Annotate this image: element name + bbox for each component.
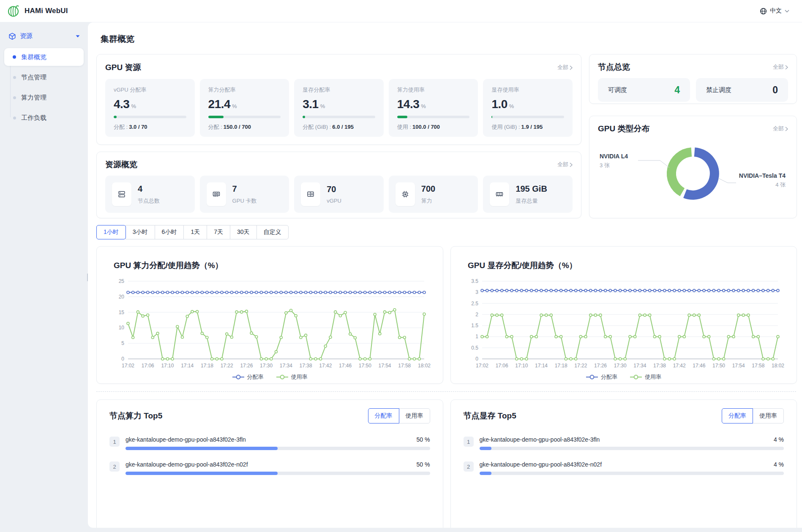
svg-text:2.5: 2.5 bbox=[471, 301, 478, 307]
node-box-value: 4 bbox=[674, 84, 680, 96]
svg-text:18:02: 18:02 bbox=[772, 363, 784, 369]
resource-label: 显存总量 bbox=[516, 197, 547, 205]
node-value: 50 % bbox=[417, 461, 430, 468]
globe-icon bbox=[760, 8, 767, 15]
node-name: gke-kantaloupe-demo-gpu-pool-a843f02e-n0… bbox=[125, 461, 248, 468]
svg-text:15: 15 bbox=[119, 309, 125, 315]
stat-subtext: 分配 (GiB) :6.0 / 195 bbox=[303, 123, 375, 131]
watermelon-logo-icon bbox=[7, 4, 20, 18]
resource-box-2: 70vGPU bbox=[294, 176, 384, 213]
resource-box-1: 7GPU 卡数 bbox=[200, 176, 289, 213]
sidebar-resize-handle[interactable] bbox=[87, 274, 88, 281]
compute-trend-card: GPU 算力分配/使用趋势（%） 051015202517:0217:0617:… bbox=[96, 246, 443, 384]
chevron-right-icon bbox=[570, 163, 573, 167]
sidebar-submenu: 集群概览节点管理算力管理工作负载 bbox=[0, 48, 88, 127]
rank-badge: 2 bbox=[464, 461, 474, 472]
time-range-tabs: 1小时3小时6小时1天7天30天自定义 bbox=[96, 225, 289, 239]
memory-trend-title: GPU 显存分配/使用趋势（%） bbox=[468, 260, 785, 271]
time-tab-30天[interactable]: 30天 bbox=[230, 225, 257, 239]
gpu-type-all-link[interactable]: 全部 bbox=[773, 125, 788, 133]
node-name: gke-kantaloupe-demo-gpu-pool-a843f02e-3f… bbox=[480, 436, 600, 443]
gpu-resource-card: GPU 资源 全部 vGPU 分配率4.3%分配 :3.0 / 70算力分配率2… bbox=[96, 54, 581, 145]
legend-marker-icon bbox=[276, 375, 288, 380]
stat-unit: % bbox=[509, 103, 514, 109]
node-overview-title: 节点总览 bbox=[598, 62, 630, 73]
svg-text:0: 0 bbox=[475, 356, 478, 362]
gpu-type-donut-chart: NVIDIA L4 3 张 NVIDIA–Tesla T4 4 张 bbox=[598, 135, 788, 214]
stat-unit: % bbox=[131, 103, 136, 109]
sidebar-item-label: 工作负载 bbox=[21, 114, 46, 122]
resource-label: 节点总数 bbox=[138, 197, 160, 205]
stat-label: 算力使用率 bbox=[397, 86, 470, 94]
svg-text:17:34: 17:34 bbox=[280, 363, 292, 369]
top5-toggle-分配率[interactable]: 分配率 bbox=[368, 408, 399, 423]
legend-marker-icon bbox=[586, 375, 598, 380]
node-value: 4 % bbox=[774, 436, 784, 443]
legend-label: 使用率 bbox=[645, 373, 661, 381]
svg-text:17:22: 17:22 bbox=[221, 363, 233, 369]
compute-icon bbox=[396, 182, 415, 206]
svg-text:17:42: 17:42 bbox=[319, 363, 332, 369]
gpu-resource-all-link[interactable]: 全部 bbox=[557, 64, 573, 71]
legend-label: 分配率 bbox=[247, 373, 264, 381]
node-overview-all-link[interactable]: 全部 bbox=[773, 63, 788, 71]
node-name: gke-kantaloupe-demo-gpu-pool-a843f02e-n0… bbox=[480, 461, 602, 468]
node-box-label: 禁止调度 bbox=[706, 86, 731, 94]
top5-toggle-分配率[interactable]: 分配率 bbox=[722, 408, 753, 423]
legend-item-使用率[interactable]: 使用率 bbox=[276, 373, 308, 381]
topbar: HAMi WebUI 中文 bbox=[0, 0, 802, 22]
resource-label: vGPU bbox=[327, 198, 341, 204]
node-overview-box-1: 禁止调度0 bbox=[696, 78, 788, 102]
stat-value: 3.1 bbox=[303, 98, 318, 111]
tree-dot-icon bbox=[13, 96, 16, 99]
sidebar-item-0[interactable]: 集群概览 bbox=[4, 48, 84, 66]
svg-text:17:14: 17:14 bbox=[535, 363, 548, 369]
rank-badge: 2 bbox=[109, 461, 120, 472]
legend-item-分配率[interactable]: 分配率 bbox=[586, 373, 617, 381]
legend-item-分配率[interactable]: 分配率 bbox=[232, 373, 264, 381]
time-tab-1天[interactable]: 1天 bbox=[183, 225, 207, 239]
top5-row-item: 1gke-kantaloupe-demo-gpu-pool-a843f02e-3… bbox=[464, 436, 784, 450]
stat-label: 显存分配率 bbox=[303, 86, 375, 94]
sidebar-group-resources[interactable]: 资源 bbox=[0, 26, 88, 46]
compute-trend-title: GPU 算力分配/使用趋势（%） bbox=[114, 260, 431, 271]
section-divider bbox=[96, 391, 796, 392]
gpu-stat-box-0: vGPU 分配率4.3%分配 :3.0 / 70 bbox=[105, 79, 195, 137]
gpu-stat-box-3: 算力使用率14.3%使用 :100.0 / 700 bbox=[389, 79, 478, 137]
stat-label: 显存使用率 bbox=[491, 86, 564, 94]
sidebar-item-1[interactable]: 节点管理 bbox=[4, 68, 84, 86]
sidebar-item-2[interactable]: 算力管理 bbox=[4, 89, 84, 106]
sidebar-item-label: 算力管理 bbox=[21, 94, 46, 102]
chevron-down-icon bbox=[785, 10, 789, 13]
sidebar-item-label: 集群概览 bbox=[21, 53, 46, 61]
svg-text:1.5: 1.5 bbox=[471, 323, 478, 328]
node-progress-bar bbox=[480, 472, 784, 475]
svg-text:17:06: 17:06 bbox=[496, 363, 508, 369]
top5-toggle-使用率[interactable]: 使用率 bbox=[753, 408, 784, 423]
resource-box-0: 4节点总数 bbox=[105, 176, 195, 213]
time-tab-1小时[interactable]: 1小时 bbox=[96, 225, 126, 239]
tree-dot-icon bbox=[13, 55, 16, 59]
stat-progress-bar bbox=[208, 116, 281, 118]
resource-value: 195 GiB bbox=[516, 184, 547, 194]
time-tab-6小时[interactable]: 6小时 bbox=[155, 225, 184, 239]
legend-marker-icon bbox=[630, 375, 642, 380]
gpu-stat-box-4: 显存使用率1.0%使用 (GiB) :1.9 / 195 bbox=[483, 79, 573, 137]
language-selector[interactable]: 中文 bbox=[760, 7, 789, 15]
stat-value: 21.4 bbox=[208, 98, 231, 111]
sidebar-group-label: 资源 bbox=[20, 32, 33, 40]
svg-text:17:46: 17:46 bbox=[339, 363, 352, 369]
time-tab-自定义[interactable]: 自定义 bbox=[256, 225, 289, 239]
time-tab-3小时[interactable]: 3小时 bbox=[125, 225, 155, 239]
svg-text:17:50: 17:50 bbox=[359, 363, 371, 369]
top5-toggle-使用率[interactable]: 使用率 bbox=[399, 408, 430, 423]
svg-text:17:50: 17:50 bbox=[712, 363, 725, 369]
resource-overview-all-link[interactable]: 全部 bbox=[557, 161, 573, 168]
top5-row-item: 1gke-kantaloupe-demo-gpu-pool-a843f02e-3… bbox=[109, 436, 430, 450]
stat-unit: % bbox=[421, 103, 426, 109]
legend-item-使用率[interactable]: 使用率 bbox=[630, 373, 661, 381]
time-tab-7天[interactable]: 7天 bbox=[207, 225, 230, 239]
svg-text:17:14: 17:14 bbox=[181, 363, 194, 369]
sidebar-item-3[interactable]: 工作负载 bbox=[4, 109, 84, 127]
svg-text:17:30: 17:30 bbox=[614, 363, 627, 369]
